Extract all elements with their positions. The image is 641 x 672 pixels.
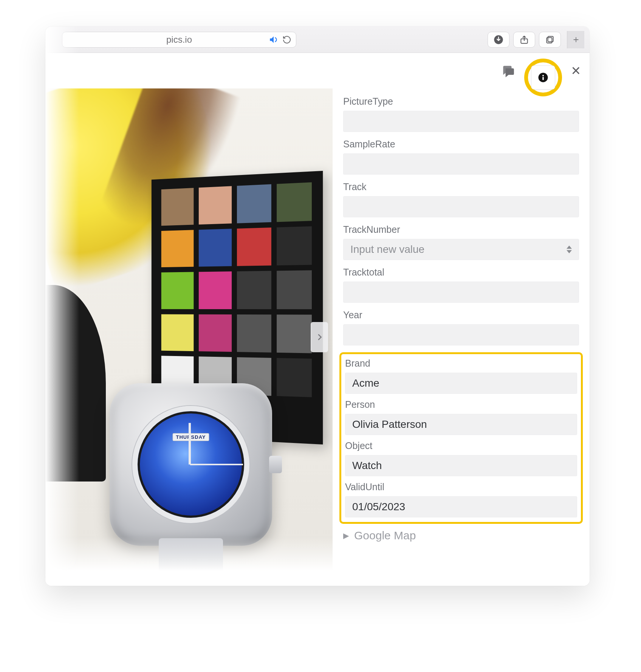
svg-rect-3: [547, 37, 552, 43]
metadata-panel: PictureType SampleRate Track TrackNumber…: [333, 88, 590, 586]
field-label: ValidUntil: [345, 482, 577, 492]
section-title: Google Map: [354, 529, 416, 542]
field-samplerate: SampleRate: [343, 139, 579, 175]
brand-input[interactable]: Acme: [345, 373, 577, 394]
track-input[interactable]: [343, 196, 579, 217]
field-label: PictureType: [343, 96, 579, 107]
samplerate-input[interactable]: [343, 153, 579, 175]
address-domain: pics.io: [68, 34, 290, 45]
field-value: Watch: [352, 460, 382, 472]
field-label: SampleRate: [343, 139, 579, 150]
disclosure-triangle-icon: ▶: [343, 531, 349, 540]
field-track: Track: [343, 181, 579, 217]
field-tracktotal: Tracktotal: [343, 267, 579, 303]
watch-day-label: THURSDAY: [172, 433, 209, 441]
field-person: Person Olivia Patterson: [345, 399, 577, 435]
field-year: Year: [343, 310, 579, 345]
svg-rect-6: [543, 77, 544, 80]
comments-icon[interactable]: [501, 63, 515, 78]
field-label: Brand: [345, 358, 577, 369]
share-button[interactable]: [513, 32, 535, 48]
field-label: Tracktotal: [343, 267, 579, 278]
svg-point-5: [542, 75, 544, 76]
field-tracknumber: TrackNumber Input new value: [343, 224, 579, 260]
preview-image: THURSDAY: [45, 88, 333, 586]
new-tab-button[interactable]: [567, 31, 584, 48]
person-input[interactable]: Olivia Patterson: [345, 414, 577, 435]
sound-icon[interactable]: [269, 35, 279, 45]
object-input[interactable]: Watch: [345, 455, 577, 476]
svg-rect-2: [548, 36, 553, 42]
picturetype-input[interactable]: [343, 111, 579, 132]
year-input[interactable]: [343, 324, 579, 345]
app-top-bar: ×: [45, 53, 590, 88]
tracknumber-select[interactable]: Input new value: [343, 239, 579, 260]
next-image-button[interactable]: [311, 322, 328, 352]
downloads-button[interactable]: [488, 32, 509, 48]
image-preview: THURSDAY: [45, 88, 333, 586]
highlighted-fields-box: Brand Acme Person Olivia Patterson Objec…: [339, 352, 583, 524]
address-bar[interactable]: pics.io: [62, 32, 296, 48]
content-row: THURSDAY PictureType SampleRate: [45, 88, 590, 586]
field-label: Object: [345, 440, 577, 451]
field-value: Olivia Patterson: [352, 418, 427, 430]
field-picturetype: PictureType: [343, 96, 579, 132]
field-label: Year: [343, 310, 579, 321]
tabs-button[interactable]: [539, 32, 561, 48]
placeholder-text: Input new value: [350, 243, 424, 255]
google-map-section[interactable]: ▶ Google Map: [343, 529, 579, 542]
reload-icon[interactable]: [282, 35, 291, 44]
field-value: 01/05/2023: [352, 501, 405, 513]
validuntil-input[interactable]: 01/05/2023: [345, 496, 577, 517]
browser-chrome: pics.io: [45, 26, 590, 53]
field-validuntil: ValidUntil 01/05/2023: [345, 482, 577, 517]
stepper-icon[interactable]: [567, 244, 575, 255]
info-button[interactable]: [531, 65, 555, 90]
field-label: Track: [343, 181, 579, 192]
browser-window: pics.io: [45, 26, 590, 586]
tracktotal-input[interactable]: [343, 282, 579, 303]
field-object: Object Watch: [345, 440, 577, 476]
field-label: Person: [345, 399, 577, 410]
info-button-highlight: [524, 59, 562, 96]
field-label: TrackNumber: [343, 224, 579, 235]
field-value: Acme: [352, 377, 379, 389]
close-icon: ×: [571, 63, 581, 79]
close-button[interactable]: ×: [571, 63, 581, 79]
field-brand: Brand Acme: [345, 358, 577, 394]
